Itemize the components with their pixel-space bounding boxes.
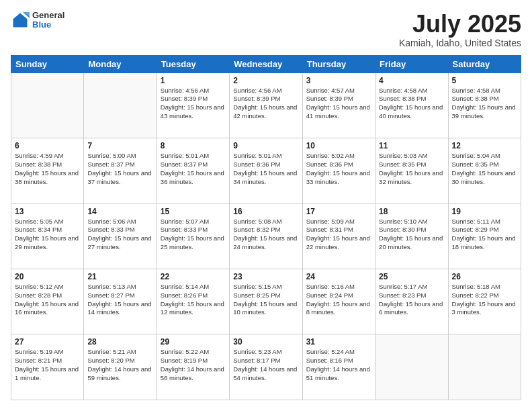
day-info: Sunrise: 5:22 AM Sunset: 8:19 PM Dayligh…	[161, 348, 226, 382]
day-info: Sunrise: 4:58 AM Sunset: 8:38 PM Dayligh…	[379, 87, 444, 121]
calendar-day-cell: 8Sunrise: 5:01 AM Sunset: 8:37 PM Daylig…	[157, 138, 229, 203]
day-of-week-header: Sunday	[11, 55, 84, 73]
day-number: 3	[306, 76, 371, 85]
header: General Blue July 2025 Kamiah, Idaho, Un…	[11, 11, 521, 48]
calendar-day-cell: 18Sunrise: 5:10 AM Sunset: 8:30 PM Dayli…	[375, 203, 448, 269]
calendar-day-cell: 28Sunrise: 5:21 AM Sunset: 8:20 PM Dayli…	[84, 334, 157, 400]
calendar-day-cell: 6Sunrise: 4:59 AM Sunset: 8:38 PM Daylig…	[11, 138, 84, 203]
day-number: 1	[161, 76, 226, 85]
calendar-day-cell: 21Sunrise: 5:13 AM Sunset: 8:27 PM Dayli…	[84, 269, 157, 334]
calendar-day-cell: 22Sunrise: 5:14 AM Sunset: 8:26 PM Dayli…	[157, 269, 229, 334]
calendar-day-cell: 27Sunrise: 5:19 AM Sunset: 8:21 PM Dayli…	[11, 334, 84, 400]
calendar-day-cell: 26Sunrise: 5:18 AM Sunset: 8:22 PM Dayli…	[448, 269, 521, 334]
calendar-day-cell: 24Sunrise: 5:16 AM Sunset: 8:24 PM Dayli…	[302, 269, 375, 334]
day-of-week-header: Saturday	[448, 55, 521, 73]
day-number: 29	[161, 337, 226, 347]
logo: General Blue	[11, 11, 64, 30]
calendar-day-cell: 30Sunrise: 5:23 AM Sunset: 8:17 PM Dayli…	[230, 334, 302, 400]
calendar-day-cell: 9Sunrise: 5:01 AM Sunset: 8:36 PM Daylig…	[230, 138, 302, 203]
day-info: Sunrise: 5:19 AM Sunset: 8:21 PM Dayligh…	[15, 348, 80, 382]
day-info: Sunrise: 5:13 AM Sunset: 8:27 PM Dayligh…	[87, 283, 152, 317]
calendar-week-row: 6Sunrise: 4:59 AM Sunset: 8:38 PM Daylig…	[11, 138, 521, 203]
day-info: Sunrise: 5:05 AM Sunset: 8:34 PM Dayligh…	[15, 218, 80, 252]
month-title: July 2025	[399, 11, 521, 38]
day-info: Sunrise: 5:01 AM Sunset: 8:37 PM Dayligh…	[161, 152, 226, 186]
calendar-day-cell: 15Sunrise: 5:07 AM Sunset: 8:33 PM Dayli…	[157, 203, 229, 269]
day-number: 22	[161, 272, 226, 281]
day-number: 18	[379, 207, 444, 216]
calendar-header-row: SundayMondayTuesdayWednesdayThursdayFrid…	[11, 55, 521, 73]
title-block: July 2025 Kamiah, Idaho, United States	[399, 11, 521, 48]
day-info: Sunrise: 5:01 AM Sunset: 8:36 PM Dayligh…	[233, 152, 298, 186]
day-info: Sunrise: 5:16 AM Sunset: 8:24 PM Dayligh…	[306, 283, 371, 317]
day-info: Sunrise: 5:00 AM Sunset: 8:37 PM Dayligh…	[87, 152, 152, 186]
day-info: Sunrise: 4:57 AM Sunset: 8:39 PM Dayligh…	[306, 87, 371, 121]
calendar-day-cell: 14Sunrise: 5:06 AM Sunset: 8:33 PM Dayli…	[84, 203, 157, 269]
day-number: 13	[15, 207, 80, 216]
day-number: 20	[15, 272, 80, 281]
day-info: Sunrise: 5:11 AM Sunset: 8:29 PM Dayligh…	[452, 218, 517, 252]
calendar-day-cell: 5Sunrise: 4:58 AM Sunset: 8:38 PM Daylig…	[448, 73, 521, 138]
calendar-day-cell: 7Sunrise: 5:00 AM Sunset: 8:37 PM Daylig…	[84, 138, 157, 203]
day-info: Sunrise: 4:56 AM Sunset: 8:39 PM Dayligh…	[233, 87, 298, 121]
day-info: Sunrise: 5:12 AM Sunset: 8:28 PM Dayligh…	[15, 283, 80, 317]
calendar-day-cell: 20Sunrise: 5:12 AM Sunset: 8:28 PM Dayli…	[11, 269, 84, 334]
calendar-day-cell: 16Sunrise: 5:08 AM Sunset: 8:32 PM Dayli…	[230, 203, 302, 269]
day-of-week-header: Friday	[375, 55, 448, 73]
day-info: Sunrise: 5:04 AM Sunset: 8:35 PM Dayligh…	[452, 152, 517, 186]
calendar-day-cell	[11, 73, 84, 138]
logo-icon	[11, 11, 30, 30]
day-of-week-header: Monday	[84, 55, 157, 73]
day-number: 9	[233, 141, 298, 150]
day-number: 28	[87, 337, 152, 347]
calendar-day-cell: 29Sunrise: 5:22 AM Sunset: 8:19 PM Dayli…	[157, 334, 229, 400]
location: Kamiah, Idaho, United States	[399, 38, 521, 48]
day-number: 19	[452, 207, 517, 216]
calendar-day-cell: 2Sunrise: 4:56 AM Sunset: 8:39 PM Daylig…	[230, 73, 302, 138]
day-info: Sunrise: 5:07 AM Sunset: 8:33 PM Dayligh…	[161, 218, 226, 252]
day-number: 10	[306, 141, 371, 150]
calendar: SundayMondayTuesdayWednesdayThursdayFrid…	[11, 55, 521, 400]
day-number: 17	[306, 207, 371, 216]
day-of-week-header: Tuesday	[157, 55, 229, 73]
calendar-day-cell: 3Sunrise: 4:57 AM Sunset: 8:39 PM Daylig…	[302, 73, 375, 138]
day-info: Sunrise: 5:06 AM Sunset: 8:33 PM Dayligh…	[87, 218, 152, 252]
day-info: Sunrise: 4:58 AM Sunset: 8:38 PM Dayligh…	[452, 87, 517, 121]
calendar-day-cell	[448, 334, 521, 400]
day-number: 23	[233, 272, 298, 281]
calendar-week-row: 13Sunrise: 5:05 AM Sunset: 8:34 PM Dayli…	[11, 203, 521, 269]
day-info: Sunrise: 5:09 AM Sunset: 8:31 PM Dayligh…	[306, 218, 371, 252]
calendar-day-cell: 12Sunrise: 5:04 AM Sunset: 8:35 PM Dayli…	[448, 138, 521, 203]
calendar-day-cell: 4Sunrise: 4:58 AM Sunset: 8:38 PM Daylig…	[375, 73, 448, 138]
day-number: 14	[87, 207, 152, 216]
calendar-day-cell	[375, 334, 448, 400]
calendar-week-row: 20Sunrise: 5:12 AM Sunset: 8:28 PM Dayli…	[11, 269, 521, 334]
day-info: Sunrise: 5:14 AM Sunset: 8:26 PM Dayligh…	[161, 283, 226, 317]
day-number: 26	[452, 272, 517, 281]
calendar-day-cell: 25Sunrise: 5:17 AM Sunset: 8:23 PM Dayli…	[375, 269, 448, 334]
day-number: 7	[87, 141, 152, 150]
day-number: 2	[233, 76, 298, 85]
day-info: Sunrise: 4:59 AM Sunset: 8:38 PM Dayligh…	[15, 152, 80, 186]
calendar-week-row: 27Sunrise: 5:19 AM Sunset: 8:21 PM Dayli…	[11, 334, 521, 400]
calendar-day-cell: 10Sunrise: 5:02 AM Sunset: 8:36 PM Dayli…	[302, 138, 375, 203]
svg-marker-0	[13, 13, 28, 28]
calendar-week-row: 1Sunrise: 4:56 AM Sunset: 8:39 PM Daylig…	[11, 73, 521, 138]
day-number: 11	[379, 141, 444, 150]
calendar-day-cell: 23Sunrise: 5:15 AM Sunset: 8:25 PM Dayli…	[230, 269, 302, 334]
day-number: 24	[306, 272, 371, 281]
day-number: 12	[452, 141, 517, 150]
day-info: Sunrise: 5:23 AM Sunset: 8:17 PM Dayligh…	[233, 348, 298, 382]
day-number: 8	[161, 141, 226, 150]
day-info: Sunrise: 5:08 AM Sunset: 8:32 PM Dayligh…	[233, 218, 298, 252]
day-number: 27	[15, 337, 80, 347]
day-info: Sunrise: 5:17 AM Sunset: 8:23 PM Dayligh…	[379, 283, 444, 317]
calendar-day-cell: 11Sunrise: 5:03 AM Sunset: 8:35 PM Dayli…	[375, 138, 448, 203]
logo-general-text: General	[32, 11, 64, 20]
day-number: 31	[306, 337, 371, 347]
day-info: Sunrise: 4:56 AM Sunset: 8:39 PM Dayligh…	[161, 87, 226, 121]
day-info: Sunrise: 5:03 AM Sunset: 8:35 PM Dayligh…	[379, 152, 444, 186]
day-of-week-header: Thursday	[302, 55, 375, 73]
day-of-week-header: Wednesday	[230, 55, 302, 73]
day-info: Sunrise: 5:18 AM Sunset: 8:22 PM Dayligh…	[452, 283, 517, 317]
